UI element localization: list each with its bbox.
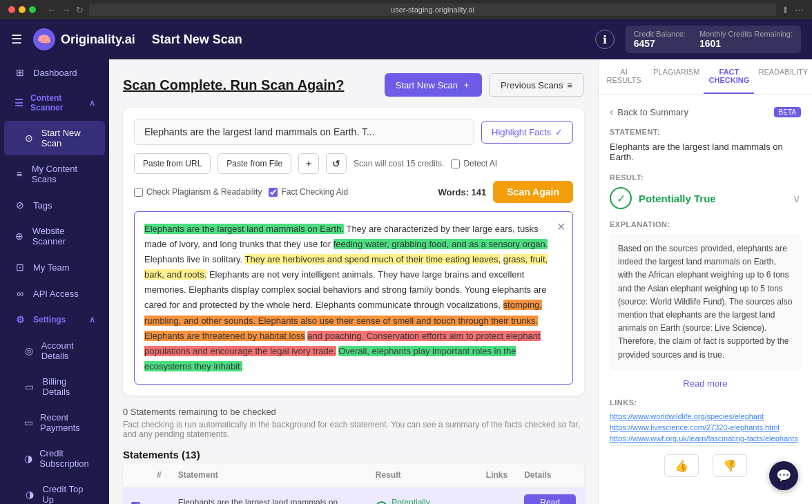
row-result: ✓ Potentially True [367, 487, 455, 504]
paste-file-button[interactable]: Paste from File [218, 153, 291, 174]
sidebar-item-start-new-scan[interactable]: ⊙ Start New Scan [4, 121, 105, 155]
result-display: ✓ Potentially True ∨ [610, 187, 801, 209]
thumbs-up-button[interactable]: 👍 [664, 454, 699, 477]
billing-icon: ▭ [23, 381, 36, 392]
tags-icon: ⊘ [14, 200, 26, 211]
detect-ai-input[interactable] [451, 159, 460, 168]
header-title: Start New Scan [152, 32, 242, 47]
page-header: Scan Complete. Run Scan Again? Start New… [123, 73, 584, 97]
col-statement: Statement [170, 463, 367, 487]
add-icon-button[interactable]: ＋ [298, 153, 319, 174]
scan-again-button[interactable]: Scan Again [493, 181, 573, 203]
back-to-summary-link[interactable]: Back to Summary [617, 107, 688, 117]
col-links: Links [478, 463, 516, 487]
settings-chevron-icon: ∧ [89, 315, 95, 324]
beta-badge: BETA [774, 107, 801, 117]
source-link[interactable]: https://www.livescience.com/27320-elepha… [610, 423, 801, 432]
result-chevron-icon[interactable]: ∨ [793, 192, 801, 205]
sidebar-item-credit-topup[interactable]: ◑ Credit Top Up [4, 477, 105, 504]
sidebar-item-api-access[interactable]: ∞ API Access [4, 281, 105, 306]
monthly-credits-label: Monthly Credits Remaining: [699, 30, 793, 38]
read-more-button[interactable]: Read more [524, 494, 576, 504]
sidebar-item-my-content-scans[interactable]: ≡ My Content Scans [4, 157, 105, 191]
logo-icon: 🧠 [33, 28, 55, 50]
sidebar-item-billing[interactable]: ▭ Billing Details [4, 369, 105, 404]
credit-balance-label: Credit Balance: [634, 30, 686, 38]
start-new-scan-button[interactable]: Start New Scan ＋ [385, 73, 482, 97]
website-scanner-icon: ⊕ [14, 231, 26, 242]
thumbs-down-button[interactable]: 👎 [713, 454, 747, 477]
monthly-credits-value: 1601 [699, 38, 793, 49]
plagiarism-input[interactable] [134, 188, 143, 197]
sidebar-label-start-new-scan: Start New Scan [41, 128, 95, 148]
detect-ai-checkbox[interactable]: Detect AI [451, 159, 497, 168]
read-more-link[interactable]: Read more [610, 378, 801, 389]
sidebar-item-my-team[interactable]: ⊡ My Team [4, 255, 105, 280]
browser-nav: ← → ↻ [47, 5, 84, 15]
sidebar-label-credit-sub: Credit Subscription [39, 448, 95, 469]
refresh-button[interactable]: ↻ [76, 5, 84, 15]
row-chevron: ∨ [455, 487, 478, 504]
sidebar-item-account-details[interactable]: ◎ Account Details [4, 333, 105, 368]
statement-label: STATEMENT: [610, 128, 801, 136]
content-area: Scan Complete. Run Scan Again? Start New… [109, 59, 598, 504]
scan-text-input[interactable] [134, 119, 474, 145]
col-expand [455, 463, 478, 487]
fact-checking-input[interactable] [269, 188, 278, 197]
sidebar-label-tags: Tags [33, 200, 52, 211]
explanation-label: EXPLANATION: [610, 220, 801, 229]
sidebar-item-credit-subscription[interactable]: ◑ Credit Subscription [4, 441, 105, 476]
tab-readability[interactable]: READABILITY [754, 59, 812, 94]
result-circle-icon: ✓ [610, 187, 632, 209]
previous-scans-button[interactable]: Previous Scans ≡ [489, 73, 584, 97]
source-link[interactable]: https://www.worldwildlife.org/species/el… [610, 412, 801, 420]
forward-button[interactable]: → [61, 5, 70, 15]
highlight-facts-button[interactable]: Highlight Facts ✓ [481, 121, 573, 144]
plagiarism-checkbox[interactable]: Check Plagiarism & Readability [134, 187, 262, 197]
url-bar[interactable]: user-staging.originality.ai [89, 3, 776, 16]
api-icon: ∞ [14, 288, 26, 299]
url-text: user-staging.originality.ai [391, 6, 474, 14]
result-icon: ✓ [376, 501, 387, 504]
highlight-green-1: Elephants are the largest land mammals o… [144, 224, 344, 234]
statements-table: # Statement Result Links Details 1 Eleph… [123, 463, 584, 504]
explanation-text: Based on the sources provided, elephants… [610, 234, 801, 370]
close-dot [8, 6, 15, 13]
sidebar-item-recent-payments[interactable]: ▭ Recent Payments [4, 405, 105, 440]
sidebar-item-tags[interactable]: ⊘ Tags [4, 193, 105, 217]
source-link[interactable]: https://www.wwf.org.uk/learn/fascinating… [610, 434, 801, 443]
col-details: Details [516, 463, 584, 487]
credit-sub-icon: ◑ [23, 453, 32, 464]
info-button[interactable]: ℹ [595, 30, 615, 49]
minimize-dot [19, 6, 26, 13]
my-team-icon: ⊡ [14, 262, 26, 273]
links-label: LINKS: [610, 398, 801, 407]
back-button[interactable]: ← [47, 5, 56, 15]
row-checkbox-cell [123, 487, 148, 504]
highlight-green-2: feeding water, grabbing food, and as a s… [334, 239, 548, 249]
row-statement: Elephants are the largest land mammals o… [170, 487, 367, 504]
sidebar-item-settings[interactable]: ⚙ Settings ∧ [4, 307, 105, 332]
fact-checking-checkbox[interactable]: Fact Checking Aid [269, 187, 348, 197]
topup-icon: ◑ [23, 489, 35, 500]
links-section: LINKS: https://www.worldwildlife.org/spe… [610, 398, 801, 443]
sidebar-item-dashboard[interactable]: ⊞ Dashboard [4, 60, 105, 85]
sidebar-item-website-scanner[interactable]: ⊕ Website Scanner [4, 219, 105, 253]
links-container: https://www.worldwildlife.org/species/el… [610, 412, 801, 443]
sidebar-item-content-scanner[interactable]: ☰ Content Scanner ∧ [4, 86, 105, 119]
refresh-icon-button[interactable]: ↺ [326, 153, 347, 174]
table-row: 1 Elephants are the largest land mammals… [123, 487, 584, 504]
menu-icon: ⋯ [795, 5, 804, 15]
tab-ai-results[interactable]: AI RESULTS [599, 59, 649, 94]
paste-url-button[interactable]: Paste from URL [134, 153, 211, 174]
hamburger-icon[interactable]: ☰ [11, 32, 22, 47]
credit-balance-value: 6457 [634, 38, 686, 49]
main-layout: ⊞ Dashboard ☰ Content Scanner ∧ ⊙ Start … [0, 59, 812, 504]
plus-icon: ＋ [462, 79, 471, 91]
back-arrow-icon[interactable]: ‹ [610, 106, 613, 118]
tab-fact-checking[interactable]: FACT CHECKING [704, 59, 754, 94]
close-icon[interactable]: ✕ [557, 217, 566, 236]
chat-fab-button[interactable]: 💬 [769, 461, 798, 490]
statements-subtext: Fact checking is run automatically in th… [123, 420, 584, 439]
tab-plagiarism[interactable]: PLAGIARISM [649, 59, 704, 94]
